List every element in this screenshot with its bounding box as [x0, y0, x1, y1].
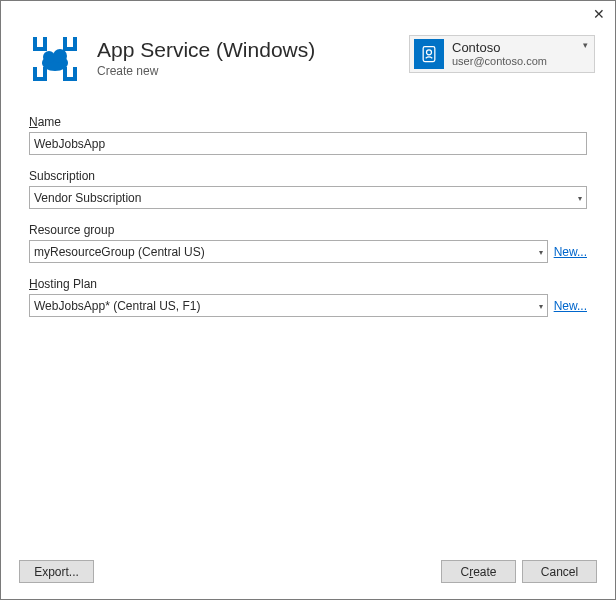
field-name: Name — [29, 115, 587, 155]
header-text: App Service (Windows) Create new — [97, 33, 409, 78]
dialog-title: App Service (Windows) — [97, 37, 409, 62]
resource-group-label: Resource group — [29, 223, 587, 237]
svg-point-2 — [53, 49, 67, 63]
svg-point-4 — [427, 50, 432, 55]
subscription-label: Subscription — [29, 169, 587, 183]
titlebar: ✕ — [1, 1, 615, 21]
chevron-down-icon: ▾ — [539, 301, 543, 310]
hosting-plan-label: Hosting Plan — [29, 277, 587, 291]
account-badge-icon — [414, 39, 444, 69]
account-text: Contoso user@contoso.com — [452, 40, 547, 69]
field-hosting-plan: Hosting Plan WebJobsApp* (Central US, F1… — [29, 277, 587, 317]
button-bar: Export... Create Cancel — [1, 548, 615, 599]
resource-group-select[interactable]: myResourceGroup (Central US) ▾ — [29, 240, 548, 263]
svg-rect-3 — [423, 47, 435, 62]
app-service-icon — [29, 33, 81, 85]
export-button[interactable]: Export... — [19, 560, 94, 583]
app-service-dialog: ✕ App Service (Windows) Create new — [0, 0, 616, 600]
chevron-down-icon: ▾ — [583, 40, 588, 50]
close-icon[interactable]: ✕ — [593, 7, 605, 21]
account-selector[interactable]: Contoso user@contoso.com ▾ — [409, 35, 595, 73]
form-area: Name Subscription Vendor Subscription ▾ … — [1, 105, 615, 341]
account-name: Contoso — [452, 40, 547, 56]
dialog-subtitle: Create new — [97, 64, 409, 78]
chevron-down-icon: ▾ — [578, 193, 582, 202]
resource-group-value: myResourceGroup (Central US) — [34, 245, 205, 259]
chevron-down-icon: ▾ — [539, 247, 543, 256]
hosting-plan-value: WebJobsApp* (Central US, F1) — [34, 299, 201, 313]
name-label: Name — [29, 115, 587, 129]
field-resource-group: Resource group myResourceGroup (Central … — [29, 223, 587, 263]
name-input[interactable] — [29, 132, 587, 155]
dialog-header: App Service (Windows) Create new Contoso… — [1, 21, 615, 105]
subscription-value: Vendor Subscription — [34, 191, 141, 205]
cancel-button[interactable]: Cancel — [522, 560, 597, 583]
hosting-plan-select[interactable]: WebJobsApp* (Central US, F1) ▾ — [29, 294, 548, 317]
create-button[interactable]: Create — [441, 560, 516, 583]
subscription-select[interactable]: Vendor Subscription ▾ — [29, 186, 587, 209]
resource-group-new-link[interactable]: New... — [554, 245, 587, 259]
hosting-plan-new-link[interactable]: New... — [554, 299, 587, 313]
account-email: user@contoso.com — [452, 55, 547, 68]
field-subscription: Subscription Vendor Subscription ▾ — [29, 169, 587, 209]
